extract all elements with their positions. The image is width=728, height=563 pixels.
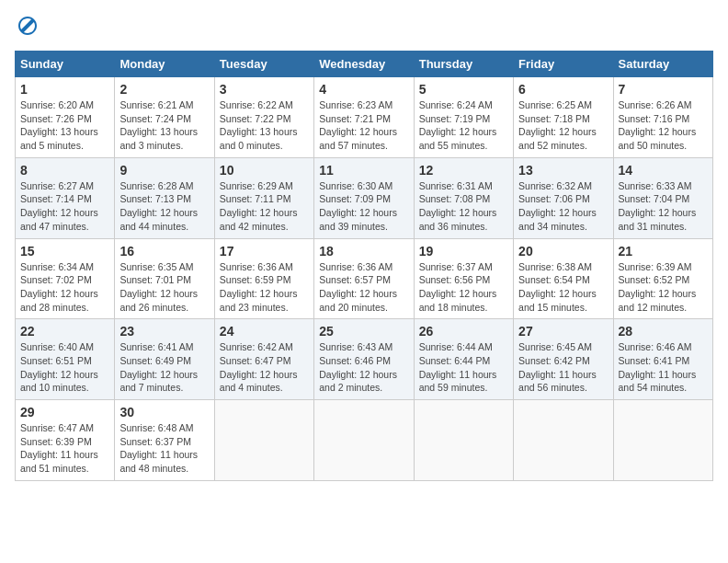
table-row: 25 Sunrise: 6:43 AM Sunset: 6:46 PM Dayl… <box>314 319 414 400</box>
day-number: 22 <box>20 324 109 339</box>
table-row: 7 Sunrise: 6:26 AM Sunset: 7:16 PM Dayli… <box>613 77 712 158</box>
day-info: Sunrise: 6:48 AM Sunset: 6:37 PM Dayligh… <box>119 421 209 476</box>
day-info: Sunrise: 6:35 AM Sunset: 7:01 PM Dayligh… <box>119 260 209 315</box>
day-number: 29 <box>20 405 109 419</box>
day-info: Sunrise: 6:39 AM Sunset: 6:52 PM Dayligh… <box>619 260 708 315</box>
day-info: Sunrise: 6:41 AM Sunset: 6:49 PM Dayligh… <box>119 340 209 395</box>
day-info: Sunrise: 6:24 AM Sunset: 7:19 PM Dayligh… <box>419 98 508 153</box>
day-number: 12 <box>419 163 508 178</box>
day-info: Sunrise: 6:28 AM Sunset: 7:13 PM Dayligh… <box>119 179 209 234</box>
table-row <box>613 400 712 481</box>
day-number: 6 <box>518 82 608 97</box>
table-row: 29 Sunrise: 6:47 AM Sunset: 6:39 PM Dayl… <box>16 400 115 481</box>
table-row: 6 Sunrise: 6:25 AM Sunset: 7:18 PM Dayli… <box>514 77 613 158</box>
day-number: 4 <box>319 82 408 97</box>
table-row: 3 Sunrise: 6:22 AM Sunset: 7:22 PM Dayli… <box>214 77 313 158</box>
day-info: Sunrise: 6:21 AM Sunset: 7:24 PM Dayligh… <box>119 98 209 153</box>
page-header <box>15 15 713 41</box>
table-row: 4 Sunrise: 6:23 AM Sunset: 7:21 PM Dayli… <box>314 77 414 158</box>
day-number: 9 <box>119 163 209 178</box>
day-info: Sunrise: 6:22 AM Sunset: 7:22 PM Dayligh… <box>220 98 309 153</box>
day-info: Sunrise: 6:36 AM Sunset: 6:59 PM Dayligh… <box>220 260 309 315</box>
table-row: 20 Sunrise: 6:38 AM Sunset: 6:54 PM Dayl… <box>514 238 613 319</box>
table-row: 15 Sunrise: 6:34 AM Sunset: 7:02 PM Dayl… <box>16 238 115 319</box>
table-row: 28 Sunrise: 6:46 AM Sunset: 6:41 PM Dayl… <box>613 319 712 400</box>
day-number: 3 <box>220 82 309 97</box>
table-row: 9 Sunrise: 6:28 AM Sunset: 7:13 PM Dayli… <box>115 157 214 238</box>
day-info: Sunrise: 6:27 AM Sunset: 7:14 PM Dayligh… <box>20 179 109 234</box>
day-number: 24 <box>220 324 309 339</box>
day-info: Sunrise: 6:38 AM Sunset: 6:54 PM Dayligh… <box>518 260 608 315</box>
day-number: 5 <box>419 82 508 97</box>
table-row <box>314 400 414 481</box>
day-info: Sunrise: 6:43 AM Sunset: 6:46 PM Dayligh… <box>319 340 408 395</box>
day-info: Sunrise: 6:42 AM Sunset: 6:47 PM Dayligh… <box>220 340 309 395</box>
col-saturday: Saturday <box>613 52 712 77</box>
table-row <box>414 400 513 481</box>
table-row: 1 Sunrise: 6:20 AM Sunset: 7:26 PM Dayli… <box>16 77 115 158</box>
day-info: Sunrise: 6:40 AM Sunset: 6:51 PM Dayligh… <box>20 340 109 395</box>
table-row: 23 Sunrise: 6:41 AM Sunset: 6:49 PM Dayl… <box>115 319 214 400</box>
col-monday: Monday <box>115 52 214 77</box>
table-row: 13 Sunrise: 6:32 AM Sunset: 7:06 PM Dayl… <box>514 157 613 238</box>
table-row: 27 Sunrise: 6:45 AM Sunset: 6:42 PM Dayl… <box>514 319 613 400</box>
day-number: 28 <box>619 324 708 339</box>
day-number: 27 <box>518 324 608 339</box>
day-info: Sunrise: 6:29 AM Sunset: 7:11 PM Dayligh… <box>220 179 309 234</box>
table-row: 14 Sunrise: 6:33 AM Sunset: 7:04 PM Dayl… <box>613 157 712 238</box>
day-info: Sunrise: 6:20 AM Sunset: 7:26 PM Dayligh… <box>20 98 109 153</box>
day-number: 2 <box>119 82 209 97</box>
day-number: 26 <box>419 324 508 339</box>
day-info: Sunrise: 6:26 AM Sunset: 7:16 PM Dayligh… <box>619 98 708 153</box>
day-number: 10 <box>220 163 309 178</box>
col-friday: Friday <box>514 52 613 77</box>
day-info: Sunrise: 6:44 AM Sunset: 6:44 PM Dayligh… <box>419 340 508 395</box>
day-info: Sunrise: 6:34 AM Sunset: 7:02 PM Dayligh… <box>20 260 109 315</box>
day-number: 21 <box>619 244 708 259</box>
table-row <box>214 400 313 481</box>
day-number: 18 <box>319 244 408 259</box>
col-wednesday: Wednesday <box>314 52 414 77</box>
col-sunday: Sunday <box>16 52 115 77</box>
day-info: Sunrise: 6:32 AM Sunset: 7:06 PM Dayligh… <box>518 179 608 234</box>
calendar-table: Sunday Monday Tuesday Wednesday Thursday… <box>15 51 713 481</box>
table-row: 26 Sunrise: 6:44 AM Sunset: 6:44 PM Dayl… <box>414 319 513 400</box>
day-number: 25 <box>319 324 408 339</box>
day-info: Sunrise: 6:23 AM Sunset: 7:21 PM Dayligh… <box>319 98 408 153</box>
day-number: 1 <box>20 82 109 97</box>
table-row: 10 Sunrise: 6:29 AM Sunset: 7:11 PM Dayl… <box>214 157 313 238</box>
day-number: 14 <box>619 163 708 178</box>
table-row: 17 Sunrise: 6:36 AM Sunset: 6:59 PM Dayl… <box>214 238 313 319</box>
table-row: 12 Sunrise: 6:31 AM Sunset: 7:08 PM Dayl… <box>414 157 513 238</box>
col-thursday: Thursday <box>414 52 513 77</box>
day-number: 19 <box>419 244 508 259</box>
day-number: 20 <box>518 244 608 259</box>
col-tuesday: Tuesday <box>214 52 313 77</box>
day-number: 17 <box>220 244 309 259</box>
day-info: Sunrise: 6:25 AM Sunset: 7:18 PM Dayligh… <box>518 98 608 153</box>
day-number: 13 <box>518 163 608 178</box>
day-number: 11 <box>319 163 408 178</box>
table-row: 11 Sunrise: 6:30 AM Sunset: 7:09 PM Dayl… <box>314 157 414 238</box>
day-number: 23 <box>119 324 209 339</box>
day-info: Sunrise: 6:31 AM Sunset: 7:08 PM Dayligh… <box>419 179 508 234</box>
table-row: 2 Sunrise: 6:21 AM Sunset: 7:24 PM Dayli… <box>115 77 214 158</box>
day-number: 15 <box>20 244 109 259</box>
table-row: 21 Sunrise: 6:39 AM Sunset: 6:52 PM Dayl… <box>613 238 712 319</box>
table-row: 22 Sunrise: 6:40 AM Sunset: 6:51 PM Dayl… <box>16 319 115 400</box>
table-row: 18 Sunrise: 6:36 AM Sunset: 6:57 PM Dayl… <box>314 238 414 319</box>
table-row <box>514 400 613 481</box>
day-number: 16 <box>119 244 209 259</box>
day-info: Sunrise: 6:30 AM Sunset: 7:09 PM Dayligh… <box>319 179 408 234</box>
table-row: 24 Sunrise: 6:42 AM Sunset: 6:47 PM Dayl… <box>214 319 313 400</box>
table-row: 16 Sunrise: 6:35 AM Sunset: 7:01 PM Dayl… <box>115 238 214 319</box>
table-row: 8 Sunrise: 6:27 AM Sunset: 7:14 PM Dayli… <box>16 157 115 238</box>
day-number: 7 <box>619 82 708 97</box>
day-info: Sunrise: 6:37 AM Sunset: 6:56 PM Dayligh… <box>419 260 508 315</box>
table-row: 19 Sunrise: 6:37 AM Sunset: 6:56 PM Dayl… <box>414 238 513 319</box>
day-info: Sunrise: 6:46 AM Sunset: 6:41 PM Dayligh… <box>619 340 708 395</box>
day-info: Sunrise: 6:45 AM Sunset: 6:42 PM Dayligh… <box>518 340 608 395</box>
logo-icon <box>17 15 39 37</box>
logo <box>15 15 39 41</box>
table-row: 30 Sunrise: 6:48 AM Sunset: 6:37 PM Dayl… <box>115 400 214 481</box>
